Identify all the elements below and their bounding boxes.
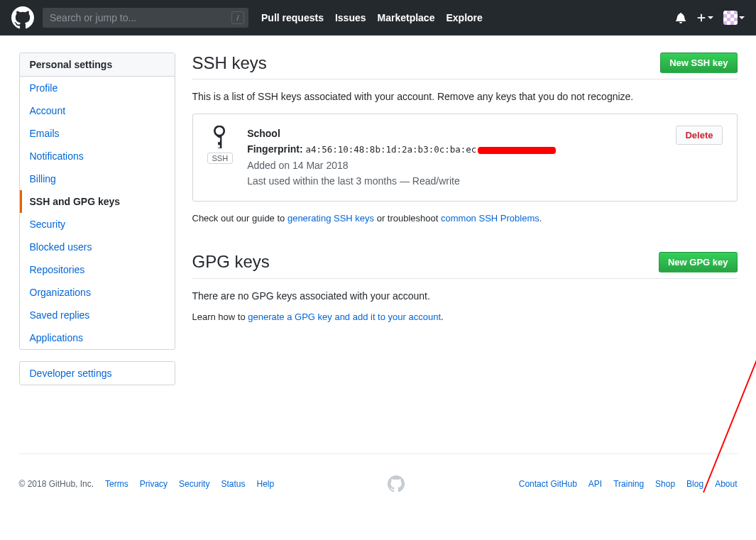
- sidebar-item-notifications[interactable]: Notifications: [20, 145, 175, 167]
- menu-header: Personal settings: [20, 53, 175, 77]
- sidebar-item-security[interactable]: Security: [20, 213, 175, 236]
- footer-training[interactable]: Training: [613, 479, 644, 489]
- sidebar-item-organizations[interactable]: Organizations: [20, 281, 175, 304]
- redaction-mark: [478, 147, 556, 154]
- sidebar-item-account[interactable]: Account: [20, 99, 175, 122]
- footer-terms[interactable]: Terms: [105, 479, 128, 489]
- guide-text: Check out our guide to: [192, 213, 287, 224]
- key-icon-column: SSH: [207, 126, 234, 164]
- delete-key-button[interactable]: Delete: [676, 126, 722, 145]
- avatar: [723, 11, 738, 25]
- github-icon[interactable]: [388, 475, 405, 492]
- sidebar-item-saved-replies[interactable]: Saved replies: [20, 304, 175, 326]
- main-content: SSH keys New SSH key This is a list of S…: [192, 53, 738, 397]
- learn-text: Learn how to: [192, 312, 248, 322]
- footer-help[interactable]: Help: [256, 479, 274, 489]
- caret-down-icon: [708, 16, 713, 19]
- guide-link-problems[interactable]: common SSH Problems: [441, 213, 539, 224]
- learn-text: .: [441, 312, 444, 322]
- footer-privacy[interactable]: Privacy: [140, 479, 168, 489]
- ssh-section-head: SSH keys New SSH key: [192, 53, 738, 79]
- copyright: © 2018 GitHub, Inc.: [19, 479, 94, 489]
- footer: © 2018 GitHub, Inc. Terms Privacy Securi…: [19, 454, 738, 521]
- guide-text: .: [539, 213, 542, 224]
- fingerprint-label: Fingerprint:: [247, 143, 303, 155]
- learn-link[interactable]: generate a GPG key and add it to your ac…: [248, 312, 441, 322]
- sidebar-item-profile[interactable]: Profile: [20, 77, 175, 99]
- footer-blog[interactable]: Blog: [686, 479, 703, 489]
- new-gpg-key-button[interactable]: New GPG key: [659, 252, 738, 272]
- search-input[interactable]: [43, 8, 248, 28]
- notifications-icon[interactable]: [675, 12, 686, 23]
- gpg-title: GPG keys: [192, 252, 270, 272]
- ssh-badge: SSH: [207, 153, 234, 164]
- caret-down-icon: [739, 16, 745, 19]
- footer-contact[interactable]: Contact GitHub: [519, 479, 577, 489]
- search-wrap: /: [43, 8, 248, 28]
- ssh-key-item: SSH School Fingerprint: a4:56:10:48:8b:1…: [192, 114, 738, 202]
- footer-status[interactable]: Status: [221, 479, 245, 489]
- footer-security[interactable]: Security: [179, 479, 209, 489]
- sidebar-item-emails[interactable]: Emails: [20, 122, 175, 145]
- sidebar-item-repositories[interactable]: Repositories: [20, 258, 175, 281]
- nav-explore[interactable]: Explore: [446, 12, 482, 23]
- key-added: Added on 14 Mar 2018: [247, 158, 662, 173]
- nav-issues[interactable]: Issues: [335, 12, 366, 23]
- sidebar-item-blocked[interactable]: Blocked users: [20, 236, 175, 258]
- guide-text: or troubleshoot: [374, 213, 441, 224]
- sidebar-item-billing[interactable]: Billing: [20, 167, 175, 190]
- fingerprint-row: Fingerprint: a4:56:10:48:8b:1d:2a:b3:0c:…: [247, 141, 662, 157]
- key-details: School Fingerprint: a4:56:10:48:8b:1d:2a…: [247, 126, 662, 189]
- gpg-section-head: GPG keys New GPG key: [192, 252, 738, 279]
- ssh-desc: This is a list of SSH keys associated wi…: [192, 91, 738, 102]
- user-menu[interactable]: [723, 11, 745, 25]
- settings-sidebar: Personal settings Profile Account Emails…: [19, 53, 175, 397]
- key-icon: [209, 126, 231, 148]
- slash-hint: /: [231, 11, 244, 24]
- new-ssh-key-button[interactable]: New SSH key: [660, 53, 737, 73]
- ssh-guide: Check out our guide to generating SSH ke…: [192, 213, 738, 224]
- global-header: / Pull requests Issues Marketplace Explo…: [0, 0, 756, 35]
- gpg-empty: There are no GPG keys associated with yo…: [192, 290, 738, 302]
- key-name: School: [247, 126, 662, 141]
- nav-pull-requests[interactable]: Pull requests: [261, 12, 324, 23]
- ssh-title: SSH keys: [192, 53, 267, 73]
- page-container: Personal settings Profile Account Emails…: [19, 35, 738, 425]
- create-menu[interactable]: [696, 13, 713, 23]
- key-last-used: Last used within the last 3 months — Rea…: [247, 173, 662, 189]
- sidebar-item-applications[interactable]: Applications: [20, 326, 175, 349]
- footer-about[interactable]: About: [715, 479, 737, 489]
- fingerprint-value: a4:56:10:48:8b:1d:2a:b3:0c:ba:ec: [306, 144, 477, 155]
- footer-api[interactable]: API: [588, 479, 602, 489]
- footer-center: [274, 475, 519, 492]
- sidebar-item-ssh-gpg: SSH and GPG keys: [20, 190, 175, 213]
- sidebar-item-developer[interactable]: Developer settings: [20, 362, 175, 385]
- settings-menu: Personal settings Profile Account Emails…: [19, 53, 175, 350]
- footer-left: © 2018 GitHub, Inc. Terms Privacy Securi…: [19, 479, 275, 489]
- settings-menu-secondary: Developer settings: [19, 361, 175, 385]
- guide-link-generate[interactable]: generating SSH keys: [287, 213, 374, 224]
- footer-right: Contact GitHub API Training Shop Blog Ab…: [519, 479, 738, 489]
- gpg-learn: Learn how to generate a GPG key and add …: [192, 312, 738, 322]
- footer-shop[interactable]: Shop: [655, 479, 675, 489]
- nav-marketplace[interactable]: Marketplace: [378, 12, 435, 23]
- primary-nav: Pull requests Issues Marketplace Explore: [261, 12, 483, 23]
- github-logo[interactable]: [11, 6, 34, 29]
- header-right: [675, 11, 745, 25]
